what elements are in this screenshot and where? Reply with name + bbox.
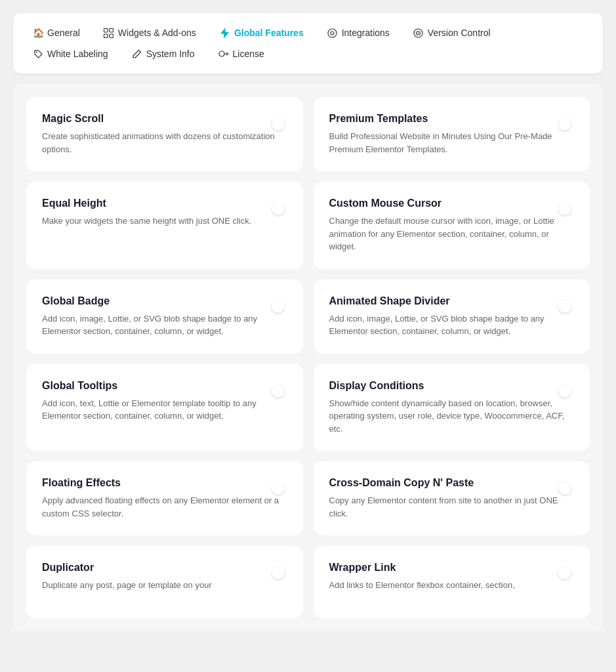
feature-title: Custom Mouse Cursor [329, 198, 567, 209]
nav-integrations-label: Integrations [342, 28, 390, 38]
feature-desc: Apply advanced floating effects on any E… [42, 494, 279, 520]
feature-text: Floating Effects Apply advanced floating… [42, 477, 279, 520]
feature-card-custom-mouse-cursor: Custom Mouse Cursor Change the default m… [314, 182, 590, 269]
feature-text: Custom Mouse Cursor Change the default m… [329, 198, 567, 253]
feature-title: Premium Templates [329, 113, 567, 125]
feature-text: Global Tooltips Add icon, text, Lottie o… [42, 380, 279, 423]
nav-white-labeling[interactable]: White Labeling [29, 46, 112, 62]
nav-version-control-label: Version Control [428, 28, 491, 38]
feature-text: Magic Scroll Create sophisticated animat… [42, 113, 279, 156]
nav-general-label: General [47, 28, 80, 38]
svg-point-5 [331, 32, 334, 35]
nav-version-control[interactable]: Version Control [409, 25, 495, 41]
svg-rect-1 [110, 28, 113, 32]
key-icon [218, 49, 229, 59]
feature-desc: Add icon, image, Lottie, or SVG blob sha… [329, 312, 567, 338]
nav-global-features[interactable]: Global Features [216, 25, 308, 41]
feature-title: Floating Effects [42, 477, 279, 489]
nav-system-info[interactable]: System Info [128, 46, 199, 62]
feature-card-cross-domain-copy: Cross-Domain Copy N' Paste Copy any Elem… [314, 461, 590, 536]
feature-text: Premium Templates Build Professional Web… [329, 113, 567, 156]
widgets-icon [104, 28, 114, 38]
feature-card-inner: Display Conditions Show/hide content dyn… [329, 380, 575, 436]
integrations-icon [327, 28, 338, 38]
feature-desc: Copy any Elementor content from site to … [329, 494, 567, 520]
feature-card-inner: Animated Shape Divider Add icon, image, … [329, 295, 575, 338]
nav-system-info-label: System Info [146, 49, 195, 59]
feature-text: Global Badge Add icon, image, Lottie, or… [42, 295, 279, 338]
feature-card-animated-shape-divider: Animated Shape Divider Add icon, image, … [314, 280, 590, 354]
feature-card-inner: Duplicator Duplicate any post, page or t… [42, 562, 287, 592]
svg-point-8 [418, 32, 419, 33]
feature-desc: Create sophisticated animations with doz… [42, 130, 279, 156]
nav-license[interactable]: License [215, 46, 268, 62]
feature-card-global-tooltips: Global Tooltips Add icon, text, Lottie o… [26, 364, 303, 452]
feature-desc: Make your widgets the same height with j… [42, 215, 279, 228]
feature-desc: Add icon, image, Lottie, or SVG blob sha… [42, 312, 279, 338]
feature-card-inner: Custom Mouse Cursor Change the default m… [329, 198, 575, 253]
feature-card-inner: Cross-Domain Copy N' Paste Copy any Elem… [329, 477, 575, 520]
feature-title: Animated Shape Divider [329, 295, 567, 307]
bolt-icon [220, 28, 230, 38]
feature-card-premium-templates: Premium Templates Build Professional Web… [314, 97, 590, 171]
feature-title: Equal Height [42, 198, 279, 209]
svg-point-4 [328, 29, 337, 37]
svg-rect-0 [104, 28, 108, 32]
svg-point-10 [219, 51, 224, 56]
feature-title: Wrapper Link [329, 562, 567, 574]
feature-text: Equal Height Make your widgets the same … [42, 198, 279, 228]
svg-point-9 [35, 51, 37, 52]
feature-desc: Duplicate any post, page or template on … [42, 579, 279, 592]
nav-widgets[interactable]: Widgets & Add-ons [100, 25, 200, 41]
feature-card-inner: Global Badge Add icon, image, Lottie, or… [42, 295, 287, 338]
feature-text: Wrapper Link Add links to Elementor flex… [329, 562, 567, 592]
feature-card-floating-effects: Floating Effects Apply advanced floating… [26, 461, 303, 536]
feature-desc: Show/hide content dynamically based on l… [329, 397, 567, 436]
feature-card-inner: Equal Height Make your widgets the same … [42, 198, 287, 228]
feature-card-display-conditions: Display Conditions Show/hide content dyn… [314, 364, 590, 452]
top-navigation: 🏠 General Widgets & Add-ons Global Featu… [13, 13, 603, 74]
feature-card-magic-scroll: Magic Scroll Create sophisticated animat… [26, 97, 303, 171]
feature-card-duplicator: Duplicator Duplicate any post, page or t… [26, 546, 303, 618]
feature-card-inner: Floating Effects Apply advanced floating… [42, 477, 287, 520]
version-control-icon [413, 28, 424, 38]
feature-desc: Add links to Elementor flexbox container… [329, 579, 567, 592]
feature-card-inner: Premium Templates Build Professional Web… [329, 113, 575, 156]
home-icon: 🏠 [33, 28, 43, 38]
feature-desc: Build Professional Website in Minutes Us… [329, 130, 567, 156]
feature-text: Animated Shape Divider Add icon, image, … [329, 295, 567, 338]
features-grid: Magic Scroll Create sophisticated animat… [26, 97, 590, 618]
feature-card-global-badge: Global Badge Add icon, image, Lottie, or… [26, 280, 303, 354]
feature-desc: Change the default mouse cursor with ico… [329, 215, 567, 253]
feature-text: Cross-Domain Copy N' Paste Copy any Elem… [329, 477, 567, 520]
nav-global-features-label: Global Features [234, 28, 304, 38]
svg-rect-2 [104, 34, 108, 38]
main-content: Magic Scroll Create sophisticated animat… [13, 84, 603, 631]
feature-card-inner: Magic Scroll Create sophisticated animat… [42, 113, 287, 156]
feature-text: Display Conditions Show/hide content dyn… [329, 380, 567, 436]
tag-icon [33, 49, 43, 59]
feature-title: Display Conditions [329, 380, 567, 392]
nav-general[interactable]: 🏠 General [29, 25, 84, 41]
nav-integrations[interactable]: Integrations [323, 25, 394, 41]
nav-widgets-label: Widgets & Add-ons [118, 28, 196, 38]
feature-card-wrapper-link: Wrapper Link Add links to Elementor flex… [314, 546, 590, 618]
pencil-icon [132, 49, 142, 59]
feature-card-inner: Wrapper Link Add links to Elementor flex… [329, 562, 575, 592]
feature-title: Global Badge [42, 295, 279, 307]
feature-text: Duplicator Duplicate any post, page or t… [42, 562, 279, 592]
feature-card-equal-height: Equal Height Make your widgets the same … [26, 182, 303, 269]
feature-title: Duplicator [42, 562, 279, 574]
feature-title: Cross-Domain Copy N' Paste [329, 477, 567, 489]
feature-title: Magic Scroll [42, 113, 279, 125]
feature-desc: Add icon, text, Lottie or Elementor temp… [42, 397, 279, 423]
feature-card-inner: Global Tooltips Add icon, text, Lottie o… [42, 380, 287, 423]
svg-rect-3 [110, 34, 113, 38]
feature-title: Global Tooltips [42, 380, 279, 392]
nav-license-label: License [233, 49, 264, 59]
nav-white-labeling-label: White Labeling [47, 49, 108, 59]
